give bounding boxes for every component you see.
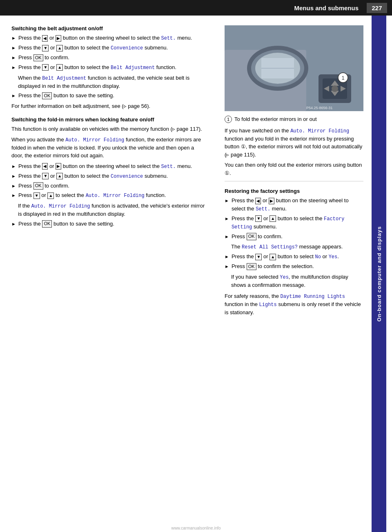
right-para-2: You can then only fold out the exterior … <box>225 161 363 177</box>
bullet-arrow: ► <box>11 163 16 170</box>
fold-mirrors-heading: Switching the fold-in mirrors when locki… <box>11 116 205 123</box>
list-item: ► Press the OK button to save the settin… <box>11 220 205 228</box>
no-mono: No <box>315 254 321 260</box>
belt-indented: When the Belt Adjustment function is act… <box>11 74 205 90</box>
bullet-arrow: ► <box>225 263 229 270</box>
up-arrow-key: ▲ <box>47 192 54 199</box>
bullet-text: Press OK to confirm. <box>18 54 205 62</box>
list-item: ► Press the ▼ or ▲ button to select the … <box>11 172 205 180</box>
right-arrow-key: ▶ <box>56 35 61 42</box>
svg-point-13 <box>332 85 338 92</box>
bullet-text: Press ▼ or ▲ to select the Auto. Mirror … <box>18 191 205 199</box>
list-item: ► Press the ▼ or ▲ button to select the … <box>225 215 363 231</box>
bullet-text: Press OK to confirm the selection. <box>232 262 363 270</box>
fold-mirrors-indented: If the Auto. Mirror Folding function is … <box>11 202 205 218</box>
sidebar-label: On-board computer and displays <box>376 226 382 322</box>
bullet-arrow: ► <box>225 215 229 222</box>
down-arrow-key: ▼ <box>255 254 262 260</box>
section-divider <box>225 181 363 181</box>
main-layout: Switching the belt adjustment on/off ► P… <box>0 16 392 532</box>
bullet-arrow: ► <box>11 45 16 51</box>
down-arrow-key: ▼ <box>33 192 40 199</box>
ok-key: OK <box>247 263 256 270</box>
list-item: ► Press the ◀ or ▶ button on the steerin… <box>225 197 363 213</box>
bullet-arrow: ► <box>11 192 16 199</box>
ok-key: OK <box>42 220 52 227</box>
circle-number-1: 1 <box>225 116 232 123</box>
bullet-arrow: ► <box>225 233 229 240</box>
up-arrow-key: ▲ <box>56 45 63 51</box>
auto-mirror-mono-3: Auto. Mirror Folding <box>31 203 90 209</box>
list-item: ► Press the ◀ or ▶ button on the steerin… <box>11 162 205 170</box>
list-item: ► Press the ▼ or ▲ button to select No o… <box>225 253 363 261</box>
belt-adj-mono: Belt Adjustment <box>42 76 86 81</box>
page-number: 227 <box>367 3 387 13</box>
list-item: ► Press the OK button to save the settin… <box>11 92 205 100</box>
up-arrow-key: ▲ <box>270 254 276 260</box>
belt-adj-ref: Belt Adjustment <box>111 65 155 71</box>
auto-mirror-mono-2: Auto. Mirror Folding <box>86 193 145 199</box>
fold-mirrors-para-2: When you activate the Auto. Mirror Foldi… <box>11 136 205 160</box>
bullet-text: Press the ▼ or ▲ button to select the Be… <box>18 63 205 72</box>
bullet-arrow: ► <box>225 197 229 204</box>
bullet-arrow: ► <box>225 253 229 260</box>
bullet-arrow: ► <box>11 221 16 228</box>
bullet-arrow: ► <box>11 64 16 71</box>
list-item: ► Press OK to confirm. <box>225 232 363 241</box>
bullet-text: Press OK to confirm. <box>232 232 363 241</box>
down-arrow-key: ▼ <box>42 173 49 179</box>
bullet-arrow: ► <box>11 173 16 180</box>
down-arrow-key: ▼ <box>42 64 49 71</box>
right-content: 1 P54.25-8656-31 1 To fold the exterior … <box>216 16 372 532</box>
svg-text:P54.25-8656-31: P54.25-8656-31 <box>306 106 333 110</box>
mirror-image-area: 1 P54.25-8656-31 <box>225 25 363 111</box>
up-arrow-key: ▲ <box>56 64 63 71</box>
auto-mirror-mono-r1: Auto. Mirror Folding <box>290 128 349 134</box>
bullet-text: Press the ◀ or ▶ button on the steering … <box>18 34 205 42</box>
belt-further-info: For further information on belt adjustme… <box>11 102 205 110</box>
bullet-text: Press the ◀ or ▶ button on the steering … <box>18 162 205 170</box>
mirror-graphic-svg: 1 P54.25-8656-31 <box>225 25 363 111</box>
bullet-text: Press the ▼ or ▲ button to select the Co… <box>18 172 205 180</box>
up-arrow-key: ▲ <box>270 215 276 222</box>
up-arrow-key: ▲ <box>56 173 63 179</box>
bullet-text: Press the ◀ or ▶ button on the steering … <box>232 197 363 213</box>
down-arrow-key: ▼ <box>42 45 49 51</box>
list-item: ► Press OK to confirm. <box>11 182 205 190</box>
bullet-text: Press the ▼ or ▲ button to select the Fa… <box>232 215 363 231</box>
list-item: ► Press the ◀ or ▶ button on the steerin… <box>11 34 205 42</box>
ok-key: OK <box>33 54 43 61</box>
factory-settings-heading: Restoring the factory settings <box>225 188 363 194</box>
fold-mirrors-para-1: This function is only available on vehic… <box>11 125 205 133</box>
fold-mirrors-bullets-2: ► Press the OK button to save the settin… <box>11 220 205 228</box>
lights-mono: Lights <box>259 302 277 308</box>
belt-adjustment-bullets-2: ► Press the OK button to save the settin… <box>11 92 205 100</box>
bullet-text: Press OK to confirm. <box>18 182 205 190</box>
bullet-arrow: ► <box>11 54 16 61</box>
sett-menu-ref: Sett. <box>161 36 176 41</box>
fold-mirrors-bullets: ► Press the ◀ or ▶ button on the steerin… <box>11 162 205 200</box>
daytime-running-mono: Daytime Running Lights <box>281 294 345 300</box>
header-bar: Menus and submenus 227 <box>0 0 392 16</box>
caption-text: To fold the exterior mirrors in or out <box>234 115 317 123</box>
mirror-image-placeholder: 1 P54.25-8656-31 <box>225 25 363 111</box>
right-content-wrapper: 1 P54.25-8656-31 1 To fold the exterior … <box>216 16 386 532</box>
belt-adjustment-bullets: ► Press the ◀ or ▶ button on the steerin… <box>11 34 205 72</box>
right-arrow-key: ▶ <box>56 163 61 170</box>
bullet-arrow: ► <box>11 35 16 42</box>
left-arrow-key: ◀ <box>42 163 48 170</box>
factory-bullets-2: ► Press the ▼ or ▲ button to select No o… <box>225 253 363 270</box>
factory-setting-mono: Factory Setting <box>232 216 345 230</box>
sett-mono-r: Sett. <box>256 206 270 212</box>
bullet-text: Press the OK button to save the setting. <box>18 92 205 100</box>
auto-mirror-mono: Auto. Mirror Folding <box>65 137 124 143</box>
factory-indented-2: If you have selected Yes, the multifunct… <box>225 273 363 289</box>
bullet-text: Press the ▼ or ▲ button to select the Co… <box>18 44 205 52</box>
left-arrow-key: ◀ <box>255 198 261 204</box>
yes-mono-2: Yes <box>280 275 289 280</box>
factory-indented-1: The Reset All Settings? message appears. <box>225 243 363 251</box>
sett-mono: Sett. <box>161 164 176 170</box>
list-item: ► Press the ▼ or ▲ button to select the … <box>11 44 205 52</box>
reset-all-mono: Reset All Settings? <box>242 244 298 250</box>
svg-text:1: 1 <box>341 75 344 81</box>
